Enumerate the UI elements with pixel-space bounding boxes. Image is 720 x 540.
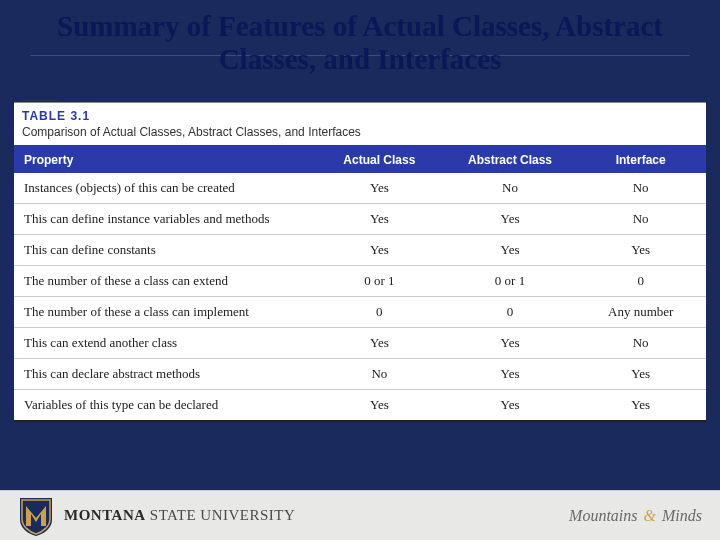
table-row: This can define instance variables and m… <box>14 204 706 235</box>
cell-actual: 0 or 1 <box>314 266 445 296</box>
cell-property: This can define constants <box>14 235 314 265</box>
table-row: The number of these a class can implemen… <box>14 297 706 328</box>
header-actual-class: Actual Class <box>314 147 445 173</box>
cell-actual: Yes <box>314 235 445 265</box>
table-row: Instances (objects) of this can be creat… <box>14 173 706 204</box>
cell-interface: Yes <box>575 359 706 389</box>
cell-interface: No <box>575 173 706 203</box>
table-row: This can extend another classYesYesNo <box>14 328 706 359</box>
header-abstract-class: Abstract Class <box>445 147 576 173</box>
table-caption: Comparison of Actual Classes, Abstract C… <box>14 123 706 147</box>
cell-actual: 0 <box>314 297 445 327</box>
cell-actual: Yes <box>314 204 445 234</box>
cell-actual: No <box>314 359 445 389</box>
tagline: Mountains & Minds <box>569 507 702 525</box>
cell-abstract: Yes <box>445 390 576 420</box>
table-row: Variables of this type can be declaredYe… <box>14 390 706 422</box>
cell-abstract: Yes <box>445 235 576 265</box>
cell-actual: Yes <box>314 328 445 358</box>
cell-abstract: 0 or 1 <box>445 266 576 296</box>
cell-property: This can declare abstract methods <box>14 359 314 389</box>
slide-title: Summary of Features of Actual Classes, A… <box>0 10 720 77</box>
header-interface: Interface <box>575 147 706 173</box>
table-label: TABLE 3.1 <box>14 102 706 123</box>
cell-actual: Yes <box>314 390 445 420</box>
cell-property: Instances (objects) of this can be creat… <box>14 173 314 203</box>
cell-abstract: Yes <box>445 328 576 358</box>
cell-property: The number of these a class can extend <box>14 266 314 296</box>
m-shield-icon <box>18 496 54 536</box>
cell-interface: No <box>575 204 706 234</box>
cell-interface: No <box>575 328 706 358</box>
university-logo: MONTANA STATE UNIVERSITY <box>18 496 295 536</box>
cell-abstract: Yes <box>445 204 576 234</box>
cell-property: Variables of this type can be declared <box>14 390 314 420</box>
comparison-table: TABLE 3.1 Comparison of Actual Classes, … <box>14 102 706 422</box>
cell-abstract: No <box>445 173 576 203</box>
cell-interface: Yes <box>575 390 706 420</box>
footer-bar: MONTANA STATE UNIVERSITY Mountains & Min… <box>0 490 720 540</box>
cell-abstract: Yes <box>445 359 576 389</box>
cell-interface: Yes <box>575 235 706 265</box>
university-name: MONTANA STATE UNIVERSITY <box>64 507 295 524</box>
cell-property: This can define instance variables and m… <box>14 204 314 234</box>
cell-property: This can extend another class <box>14 328 314 358</box>
cell-property: The number of these a class can implemen… <box>14 297 314 327</box>
cell-interface: Any number <box>575 297 706 327</box>
cell-actual: Yes <box>314 173 445 203</box>
header-property: Property <box>14 147 314 173</box>
table-row: This can define constantsYesYesYes <box>14 235 706 266</box>
table-header-row: Property Actual Class Abstract Class Int… <box>14 147 706 173</box>
cell-interface: 0 <box>575 266 706 296</box>
cell-abstract: 0 <box>445 297 576 327</box>
table-row: This can declare abstract methodsNoYesYe… <box>14 359 706 390</box>
table-row: The number of these a class can extend0 … <box>14 266 706 297</box>
